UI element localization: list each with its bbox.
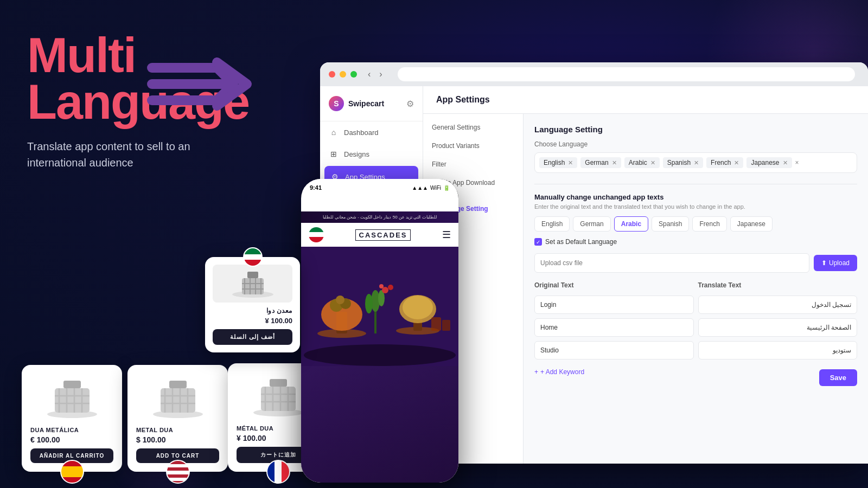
default-lang-checkbox[interactable]: ✓: [534, 238, 542, 246]
spanish-product-image: [40, 374, 105, 422]
upload-icon: ⬆: [821, 259, 827, 267]
page-title: App Settings: [436, 95, 855, 105]
lang-btn-arabic[interactable]: Arabic: [614, 216, 648, 232]
phone-hamburger-icon[interactable]: ☰: [442, 229, 451, 241]
plus-icon: +: [534, 368, 538, 376]
lang-tag-english-remove[interactable]: ✕: [568, 159, 573, 166]
lang-tag-arabic-remove[interactable]: ✕: [650, 159, 655, 166]
settings-nav-product-variants[interactable]: Product Variants: [423, 137, 523, 155]
arabic-product-image: [213, 265, 292, 303]
upload-button[interactable]: ⬆ Upload: [814, 255, 857, 271]
translate-text-home[interactable]: [698, 318, 858, 337]
browser-maximize-dot[interactable]: [350, 71, 357, 78]
dashboard-icon: ⌂: [329, 128, 339, 137]
browser-url-bar[interactable]: [398, 67, 855, 81]
svg-point-37: [304, 344, 456, 366]
lang-btn-japanese[interactable]: Japanese: [730, 216, 773, 232]
phone-product-display: [301, 247, 458, 483]
swipecart-logo-icon: S: [329, 96, 344, 111]
spanish-product-price: € 100.00: [30, 435, 113, 444]
translate-text-login[interactable]: [698, 296, 858, 314]
lang-btn-french[interactable]: French: [692, 216, 726, 232]
save-button[interactable]: Save: [819, 369, 857, 386]
browser-close-dot[interactable]: [329, 71, 335, 78]
designs-icon: ⊞: [329, 150, 339, 158]
phone-signal-icon: ▲▲▲: [412, 185, 428, 191]
english-product-card: METAL DUA $ 100.00 ADD TO CART: [127, 365, 228, 472]
lang-btn-spanish[interactable]: Spanish: [652, 216, 689, 232]
phone-logo: CASCADES: [355, 229, 411, 241]
language-section-title: Language Setting: [534, 125, 857, 134]
page-header: App Settings: [423, 86, 868, 114]
original-text-studio[interactable]: [534, 341, 694, 359]
english-product-image: [145, 374, 210, 422]
browser-nav: ‹ ›: [366, 69, 385, 79]
lang-tag-english: English ✕: [539, 157, 577, 168]
spain-flag: [60, 460, 84, 484]
arrow-decoration: [146, 52, 255, 117]
svg-rect-19: [161, 388, 195, 413]
phone-mockup: 9:41 ▲▲▲ WiFi 🔋 للطلبات التي تزيد عن 50 …: [301, 179, 458, 483]
inner-layout: General Settings Product Variants Filter…: [423, 114, 868, 464]
svg-rect-35: [270, 379, 287, 387]
lang-tag-more: ×: [795, 159, 799, 166]
sidebar-item-designs[interactable]: ⊞ Designs: [320, 143, 423, 165]
add-keyword-button[interactable]: + + Add Keyword: [534, 368, 584, 376]
language-buttons: English German Arabic Spanish French Jap…: [534, 216, 857, 232]
lang-btn-german[interactable]: German: [573, 216, 610, 232]
arabic-product-name: معدن دوا: [213, 307, 292, 314]
manually-change-sub: Enter the original text and the translat…: [534, 203, 857, 210]
phone-flag: [309, 227, 324, 242]
france-flag: [266, 460, 290, 484]
svg-point-47: [365, 294, 373, 313]
lang-tag-arabic: Arabic ✕: [624, 157, 660, 168]
sidebar-gear-icon[interactable]: ⚙: [406, 99, 414, 109]
settings-nav-general[interactable]: General Settings: [423, 118, 523, 137]
arabic-add-to-cart-button[interactable]: أضف إلى السلة: [213, 329, 292, 345]
original-text-login[interactable]: [534, 296, 694, 314]
translate-text-studio[interactable]: [698, 341, 858, 359]
svg-point-55: [388, 285, 393, 290]
us-flag: [166, 460, 190, 484]
browser-forward-button[interactable]: ›: [377, 69, 384, 79]
svg-rect-26: [169, 381, 187, 388]
browser-back-button[interactable]: ‹: [366, 69, 373, 79]
settings-nav-filter[interactable]: Filter: [423, 155, 523, 174]
sidebar-logo: S Swipecart: [329, 96, 384, 111]
lang-tag-german: German ✕: [580, 157, 621, 168]
sidebar-label-designs: Designs: [344, 150, 369, 158]
divider-1: [534, 184, 857, 184]
svg-rect-53: [442, 320, 450, 331]
lang-tag-japanese-remove[interactable]: ✕: [783, 159, 788, 166]
phone-wifi-icon: WiFi: [430, 185, 441, 191]
csv-upload-row: ⬆ Upload: [534, 253, 857, 273]
upload-label: Upload: [829, 259, 850, 267]
sidebar-item-dashboard[interactable]: ⌂ Dashboard: [320, 121, 423, 143]
svg-point-56: [379, 284, 384, 288]
lang-tag-japanese: Japanese ✕: [746, 157, 792, 168]
svg-rect-8: [247, 272, 258, 278]
phone-banner: للطلبات التي تزيد عن 50 دينار داخل الكوي…: [301, 211, 458, 223]
phone-app-header: CASCADES ☰: [301, 223, 458, 247]
manually-change-title: Manually change unchanged app texts: [534, 193, 857, 201]
original-text-header: Original Text: [534, 281, 694, 291]
main-content: App Settings General Settings Product Va…: [423, 86, 868, 464]
spanish-product-card: DUA METÁLICA € 100.00 AÑADIR AL CARRITO: [22, 365, 122, 472]
lang-btn-english[interactable]: English: [534, 216, 570, 232]
phone-battery-icon: 🔋: [443, 185, 450, 191]
sidebar-header: S Swipecart ⚙: [320, 86, 423, 121]
lang-tag-french-remove[interactable]: ✕: [734, 159, 739, 166]
language-tags-container: English ✕ German ✕ Arabic ✕ Spanish: [534, 152, 857, 173]
svg-rect-17: [63, 381, 81, 388]
default-lang-label: Set as Default Language: [545, 238, 617, 246]
lang-tag-german-remove[interactable]: ✕: [612, 159, 617, 166]
browser-bar: ‹ ›: [320, 62, 868, 86]
phone-time: 9:41: [310, 184, 322, 191]
browser-minimize-dot[interactable]: [340, 71, 346, 78]
svg-point-43: [336, 296, 344, 304]
lang-tag-spanish-remove[interactable]: ✕: [694, 159, 699, 166]
csv-file-input[interactable]: [534, 253, 809, 273]
sidebar-app-name: Swipecart: [348, 99, 384, 108]
original-text-home[interactable]: [534, 318, 694, 337]
english-product-price: $ 100.00: [136, 435, 219, 444]
